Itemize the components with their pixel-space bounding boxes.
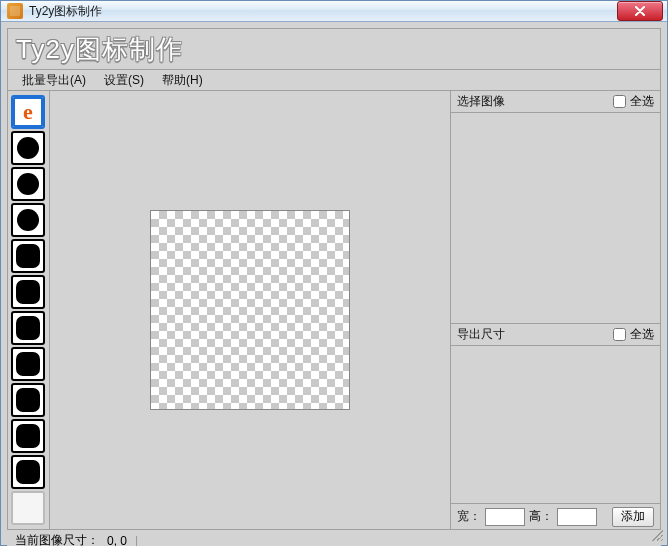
export-size-select-all[interactable]: 全选 — [613, 326, 654, 343]
rounded-square-icon — [16, 316, 40, 340]
canvas-checkerboard[interactable] — [150, 210, 350, 410]
app-frame: Ty2y图标制作 批量导出(A) 设置(S) 帮助(H) e 选择图像 全选 — [7, 28, 661, 530]
panel-select-image-body[interactable] — [451, 113, 660, 323]
brand-title: Ty2y图标制作 — [16, 32, 183, 67]
resize-grip[interactable] — [649, 527, 663, 541]
tool-slot-slot-4[interactable] — [11, 239, 45, 273]
panel-export-size-header: 导出尺寸 全选 — [451, 324, 660, 346]
menu-settings[interactable]: 设置(S) — [104, 72, 144, 89]
canvas-area — [50, 91, 450, 529]
right-panel: 选择图像 全选 导出尺寸 全选 — [450, 91, 660, 529]
window-title: Ty2y图标制作 — [29, 3, 102, 20]
tool-strip: e — [8, 91, 50, 529]
rounded-square-icon — [16, 388, 40, 412]
tool-slot-slot-9[interactable] — [11, 419, 45, 453]
select-image-select-all[interactable]: 全选 — [613, 93, 654, 110]
circle-icon — [17, 209, 39, 231]
add-button[interactable]: 添加 — [612, 507, 654, 527]
rounded-square-icon — [16, 352, 40, 376]
status-current-value: 0, 0 — [107, 534, 127, 547]
tool-slot-slot-10[interactable] — [11, 455, 45, 489]
tool-slot-slot-3[interactable] — [11, 203, 45, 237]
close-icon — [634, 6, 646, 16]
rounded-square-icon — [16, 460, 40, 484]
height-input[interactable] — [557, 508, 597, 526]
dimension-row: 宽： 高： 添加 — [451, 503, 660, 529]
panel-select-image-title: 选择图像 — [457, 93, 505, 110]
tool-slot-slot-6[interactable] — [11, 311, 45, 345]
menu-bar: 批量导出(A) 设置(S) 帮助(H) — [8, 69, 660, 91]
tool-slot-e-shape[interactable]: e — [11, 95, 45, 129]
rounded-square-icon — [16, 244, 40, 268]
export-size-select-all-checkbox[interactable] — [613, 328, 626, 341]
app-icon — [7, 3, 23, 19]
panel-select-image: 选择图像 全选 — [451, 91, 660, 324]
circle-icon — [17, 173, 39, 195]
rounded-square-icon — [16, 424, 40, 448]
height-label: 高： — [529, 508, 553, 525]
tool-slot-slot-empty[interactable] — [11, 491, 45, 525]
tool-slot-slot-8[interactable] — [11, 383, 45, 417]
tool-slot-slot-2[interactable] — [11, 167, 45, 201]
select-image-select-all-label: 全选 — [630, 93, 654, 110]
tool-slot-slot-1[interactable] — [11, 131, 45, 165]
close-button[interactable] — [617, 1, 663, 21]
title-bar[interactable]: Ty2y图标制作 — [1, 1, 667, 22]
status-current-label: 当前图像尺寸： — [15, 532, 99, 546]
tool-slot-slot-5[interactable] — [11, 275, 45, 309]
brand-header: Ty2y图标制作 — [8, 29, 660, 69]
panel-export-size-title: 导出尺寸 — [457, 326, 505, 343]
content-area: e 选择图像 全选 导出尺寸 — [8, 91, 660, 529]
e-icon: e — [23, 101, 33, 123]
width-input[interactable] — [485, 508, 525, 526]
status-bar: 当前图像尺寸： 0, 0 | — [7, 532, 661, 546]
status-separator: | — [135, 534, 138, 547]
select-image-select-all-checkbox[interactable] — [613, 95, 626, 108]
rounded-square-icon — [16, 280, 40, 304]
menu-batch-export[interactable]: 批量导出(A) — [22, 72, 86, 89]
panel-select-image-header: 选择图像 全选 — [451, 91, 660, 113]
panel-export-size: 导出尺寸 全选 宽： 高： 添加 — [451, 324, 660, 529]
menu-help[interactable]: 帮助(H) — [162, 72, 203, 89]
app-window: Ty2y图标制作 Ty2y图标制作 批量导出(A) 设置(S) 帮助(H) e — [0, 0, 668, 546]
width-label: 宽： — [457, 508, 481, 525]
circle-icon — [17, 137, 39, 159]
tool-slot-slot-7[interactable] — [11, 347, 45, 381]
panel-export-size-body[interactable] — [451, 346, 660, 503]
export-size-select-all-label: 全选 — [630, 326, 654, 343]
